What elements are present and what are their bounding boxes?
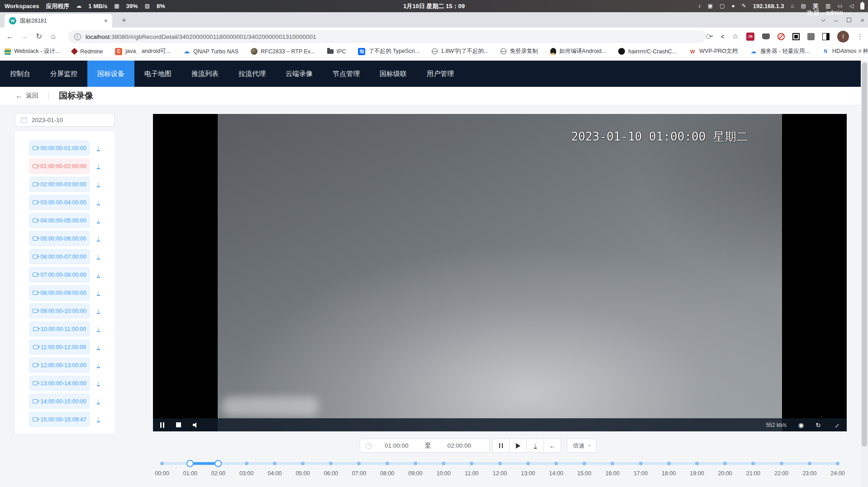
download-button[interactable]: ↓ xyxy=(526,439,544,453)
timeline-hour-dot[interactable] xyxy=(329,462,333,465)
bookmark-item[interactable]: RFC2833 – RTP Ev... xyxy=(251,48,315,55)
timeline-hour-dot[interactable] xyxy=(301,462,305,465)
back-icon[interactable]: ← xyxy=(3,32,17,41)
timeline-hour-dot[interactable] xyxy=(695,462,699,465)
bookmark-item[interactable]: 如何编译Android... xyxy=(550,47,606,55)
record-time-button[interactable]: 15:00:00-15:09:47 xyxy=(29,412,90,427)
record-time-button[interactable]: 07:00:00-08:00:00 xyxy=(29,267,90,282)
timeline-hour-dot[interactable] xyxy=(357,462,361,465)
cpu-icon[interactable]: ▦ xyxy=(114,0,119,12)
network-speed[interactable]: 1 MB/s xyxy=(88,0,107,12)
timeline-handle-end[interactable] xyxy=(215,460,222,467)
bookmark-item[interactable]: Redmine xyxy=(72,48,103,55)
record-time-button[interactable]: 05:00:00-06:00:00 xyxy=(29,231,90,246)
pause-button[interactable] xyxy=(492,439,510,453)
timeline-hour-dot[interactable] xyxy=(780,462,783,465)
nav-item[interactable]: 国标设备 xyxy=(87,61,134,87)
download-record-icon[interactable]: ↓ xyxy=(97,344,100,350)
password-key-icon[interactable] xyxy=(706,34,713,38)
time-range-picker[interactable]: 01:00:00 至 02:00:00 xyxy=(360,439,490,453)
extension-reader-icon[interactable] xyxy=(822,33,830,40)
timeline-handle-start[interactable] xyxy=(186,460,194,467)
bookmark-item[interactable]: 免登录复制 xyxy=(501,47,538,55)
profile-avatar[interactable]: I xyxy=(837,31,849,43)
extension-block-icon[interactable] xyxy=(777,33,785,40)
nav-item[interactable]: 控制台 xyxy=(0,61,40,87)
nav-item[interactable]: 国标级联 xyxy=(370,61,417,87)
bookmark-item[interactable]: ☁ QNAP Turbo NAS xyxy=(183,48,238,55)
url-text[interactable]: localhost:38080/#/gbRecordDetail/3402000… xyxy=(86,33,316,40)
record-time-button[interactable]: 12:00:00-13:00:00 xyxy=(29,358,90,373)
timeline-hour-dot[interactable] xyxy=(160,462,164,465)
bookmark-item[interactable]: 知 了不起的 TypeScri... xyxy=(358,47,420,55)
timeline-hour-dot[interactable] xyxy=(610,462,614,465)
bookmark-item[interactable]: IPC xyxy=(327,48,346,55)
timeline-hour-dot[interactable] xyxy=(470,462,473,465)
download-record-icon[interactable]: ↓ xyxy=(97,272,100,278)
download-record-icon[interactable]: ↓ xyxy=(97,362,100,368)
timeline-hour-dot[interactable] xyxy=(751,462,755,465)
extension-frame-icon[interactable] xyxy=(792,33,800,40)
cpu-usage[interactable]: 39% xyxy=(126,0,138,12)
bookmark-star-icon[interactable]: ☆ xyxy=(732,32,739,41)
download-record-icon[interactable]: ↓ xyxy=(97,163,100,169)
record-time-button[interactable]: 01:00:00-02:00:00 xyxy=(29,159,90,174)
volume-muted-icon[interactable]: ◁ xyxy=(849,0,854,12)
record-time-button[interactable]: 02:00:00-03:00:00 xyxy=(29,177,90,192)
nav-item[interactable]: 电子地图 xyxy=(134,61,181,87)
bookmark-item[interactable]: ☁ 服务器 - 轻量应用... xyxy=(750,47,810,55)
record-time-button[interactable]: 11:00:00-12:00:00 xyxy=(29,340,90,355)
clipboard-icon[interactable]: ▢ xyxy=(720,0,725,12)
browser-menu-icon[interactable]: ⋮ xyxy=(857,33,863,41)
record-time-button[interactable]: 09:00:00-10:00:00 xyxy=(29,303,90,318)
timeline-hour-dot[interactable] xyxy=(808,462,811,465)
scrollbar-thumb[interactable] xyxy=(862,62,867,447)
snapshot-icon[interactable]: ◉ xyxy=(798,422,804,428)
download-record-icon[interactable]: ↓ xyxy=(97,398,100,404)
volume-muted-icon[interactable] xyxy=(193,422,199,428)
tab-close-icon[interactable]: × xyxy=(104,17,108,24)
system-clock[interactable]: 1月10日 星期二 15：09 xyxy=(403,0,465,12)
timeline-hour-dot[interactable] xyxy=(386,462,389,465)
memory-usage[interactable]: 8% xyxy=(157,0,165,12)
pause-icon[interactable] xyxy=(160,422,164,428)
record-time-button[interactable]: 10:00:00-11:00:00 xyxy=(29,322,90,336)
refresh-icon[interactable]: ↻ xyxy=(816,422,821,428)
end-time-input[interactable]: 02:00:00 xyxy=(435,442,484,449)
cup-icon[interactable]: ● xyxy=(731,0,734,12)
user-menu[interactable]: 欢迎，admin xyxy=(807,0,850,26)
battery-icon[interactable] xyxy=(860,3,864,9)
new-tab-button[interactable]: + xyxy=(119,15,129,26)
reload-icon[interactable]: ↻ xyxy=(32,32,46,41)
date-picker[interactable]: 2023-01-10 xyxy=(15,113,114,127)
extension-js-icon[interactable]: JS xyxy=(746,33,754,41)
playback-speed-button[interactable]: 倍速 xyxy=(567,439,596,453)
address-bar[interactable]: i localhost:38080/#/gbRecordDetail/34020… xyxy=(68,30,706,43)
download-record-icon[interactable]: ↓ xyxy=(97,199,100,205)
timeline-hour-dot[interactable] xyxy=(245,462,248,465)
nav-item[interactable]: 分屏监控 xyxy=(40,61,87,87)
cloud-download-icon[interactable]: ☁ xyxy=(76,0,81,12)
bookmark-item[interactable]: hairrrrr/C-CrashC... xyxy=(618,48,677,55)
applications-button[interactable]: 应用程序 xyxy=(46,0,69,12)
back-button[interactable]: ← 返回 xyxy=(15,92,38,100)
bookmark-item[interactable]: C java、android可... xyxy=(115,47,171,55)
start-time-input[interactable]: 01:00:00 xyxy=(372,442,421,449)
nav-item[interactable]: 拉流代理 xyxy=(229,61,276,87)
memory-icon[interactable]: ▨ xyxy=(145,0,150,12)
timeline-hour-dot[interactable] xyxy=(836,462,839,465)
bookmark-item[interactable]: 1.8W字|了不起的... xyxy=(432,47,488,55)
play-button[interactable] xyxy=(509,439,527,453)
stop-icon[interactable] xyxy=(176,422,181,427)
record-time-button[interactable]: 14:00:00-15:00:00 xyxy=(29,394,90,409)
share-icon[interactable]: < xyxy=(720,33,724,40)
home-icon[interactable]: ⌂ xyxy=(791,0,794,12)
ip-address[interactable]: 192.168.1.3 xyxy=(753,0,784,12)
timeline-hour-dot[interactable] xyxy=(723,462,727,465)
timeline-hour-dot[interactable] xyxy=(273,462,277,465)
record-time-button[interactable]: 06:00:00-07:00:00 xyxy=(29,249,90,264)
record-time-button[interactable]: 04:00:00-05:00:00 xyxy=(29,213,90,228)
keyboard-indicator-icon[interactable]: ▣ xyxy=(708,0,713,12)
forward-icon[interactable]: → xyxy=(17,32,32,41)
download-record-icon[interactable]: ↓ xyxy=(97,308,100,314)
